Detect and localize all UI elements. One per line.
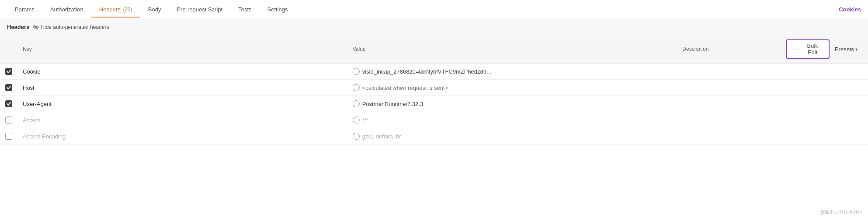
headers-table: Key Value Description ··· Bulk Edit Pres… (0, 35, 868, 145)
bulk-edit-button[interactable]: ··· Bulk Edit (786, 39, 830, 59)
checkbox[interactable] (5, 133, 12, 140)
bulk-edit-dots: ··· (793, 45, 800, 53)
th-key: Key (17, 35, 347, 64)
info-icon[interactable]: i (353, 100, 360, 107)
chevron-down-icon: ▾ (855, 47, 858, 52)
table-row: Accept-Encodingigzip, deflate, br (0, 128, 868, 145)
checkbox-container (5, 117, 12, 124)
checkbox-container (5, 68, 12, 75)
table-row: Cookieivisid_incap_2786820=lakNybfVTFC9n… (0, 64, 868, 80)
hide-auto-label: Hide auto-generated headers (41, 24, 109, 30)
info-icon[interactable]: i (353, 84, 360, 91)
value-cell-inner: iPostmanRuntime/7.32.3 (353, 100, 672, 107)
value-cell-inner: igzip, deflate, br (353, 133, 672, 140)
info-icon[interactable]: i (353, 133, 360, 140)
checkbox[interactable] (5, 84, 12, 91)
info-icon[interactable]: i (353, 117, 360, 124)
row-key: User-Agent (17, 96, 347, 112)
th-checkbox (0, 35, 17, 64)
value-cell-inner: i<calculated when request is sent> (353, 84, 672, 91)
row-value-text: gzip, deflate, br (362, 133, 401, 140)
actions-area: ··· Bulk Edit Presets ▾ (786, 39, 865, 59)
tab-bar: ParamsAuthorizationHeaders (23)BodyPre-r… (0, 0, 868, 19)
row-actions (781, 64, 868, 80)
sub-header-title: Headers (7, 24, 29, 30)
row-value-cell: i*/* (347, 112, 677, 128)
hide-auto-generated-button[interactable]: Hide auto-generated headers (33, 24, 109, 30)
row-key: Accept (17, 112, 347, 128)
row-description (677, 96, 781, 112)
tab-tests[interactable]: Tests (230, 2, 259, 17)
row-actions (781, 112, 868, 128)
row-value-cell: igzip, deflate, br (347, 128, 677, 145)
tab-body[interactable]: Body (140, 2, 169, 17)
tab-params[interactable]: Params (7, 2, 42, 17)
tab-headers[interactable]: Headers (23) (91, 2, 140, 17)
table-row: User-AgentiPostmanRuntime/7.32.3 (0, 96, 868, 112)
row-checkbox-cell (0, 96, 17, 112)
info-icon[interactable]: i (353, 68, 360, 75)
row-actions (781, 96, 868, 112)
row-actions (781, 128, 868, 145)
row-value-cell: i<calculated when request is sent> (347, 80, 677, 96)
checkbox[interactable] (5, 100, 12, 107)
table-header: Key Value Description ··· Bulk Edit Pres… (0, 35, 868, 64)
row-description (677, 128, 781, 145)
checkbox-container (5, 84, 12, 91)
row-actions (781, 80, 868, 96)
th-description: Description (677, 35, 781, 64)
row-description (677, 112, 781, 128)
tab-pre-request-script[interactable]: Pre-request Script (169, 2, 230, 17)
row-checkbox-cell (0, 64, 17, 80)
row-value-text: visid_incap_2786820=lakNybfVTFC9nIZPhedz… (362, 68, 491, 75)
table-row: Accepti*/* (0, 112, 868, 128)
bulk-edit-label: Bulk Edit (802, 42, 823, 56)
presets-button[interactable]: Presets ▾ (831, 44, 861, 55)
row-key: Host (17, 80, 347, 96)
hide-icon (33, 24, 39, 30)
tab-badge: (23) (123, 7, 132, 13)
row-value-cell: ivisid_incap_2786820=lakNybfVTFC9nIZPhed… (347, 64, 677, 80)
th-actions: ··· Bulk Edit Presets ▾ (781, 35, 868, 64)
checkbox-container (5, 100, 12, 107)
row-checkbox-cell (0, 128, 17, 145)
row-value-text: <calculated when request is sent> (362, 85, 448, 91)
sub-header: Headers Hide auto-generated headers (0, 19, 868, 35)
row-checkbox-cell (0, 80, 17, 96)
row-key: Cookie (17, 64, 347, 80)
row-description (677, 64, 781, 80)
table-row: Hosti<calculated when request is sent> (0, 80, 868, 96)
row-value-text: PostmanRuntime/7.32.3 (362, 101, 423, 107)
row-value-text: */* (362, 117, 368, 124)
tab-settings[interactable]: Settings (260, 2, 296, 17)
row-description (677, 80, 781, 96)
row-checkbox-cell (0, 112, 17, 128)
row-key: Accept-Encoding (17, 128, 347, 145)
table-body: Cookieivisid_incap_2786820=lakNybfVTFC9n… (0, 64, 868, 145)
cookies-button[interactable]: Cookies (839, 6, 861, 13)
tab-authorization[interactable]: Authorization (42, 2, 91, 17)
svg-line-1 (34, 25, 38, 29)
checkbox[interactable] (5, 68, 12, 75)
value-cell-inner: ivisid_incap_2786820=lakNybfVTFC9nIZPhed… (353, 68, 672, 75)
checkbox[interactable] (5, 117, 12, 124)
th-value: Value (347, 35, 677, 64)
row-value-cell: iPostmanRuntime/7.32.3 (347, 96, 677, 112)
checkbox-container (5, 133, 12, 140)
value-cell-inner: i*/* (353, 117, 672, 124)
tabs-container: ParamsAuthorizationHeaders (23)BodyPre-r… (7, 2, 296, 17)
presets-label: Presets (835, 46, 854, 53)
